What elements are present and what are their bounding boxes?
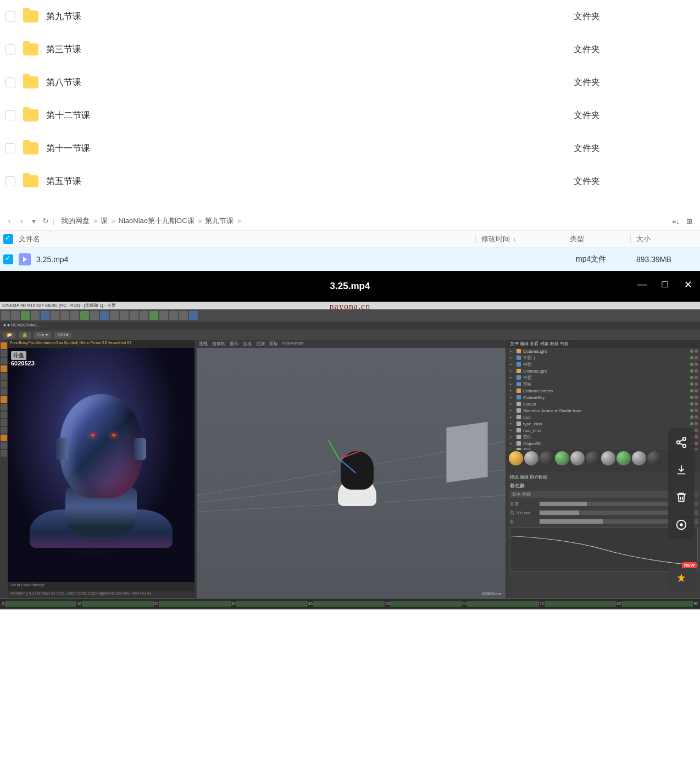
checkbox[interactable]: [5, 12, 15, 21]
checkbox[interactable]: [5, 77, 15, 87]
object-row[interactable]: ▸type_bind: [508, 420, 700, 427]
record-button[interactable]: [675, 518, 688, 531]
stream-watermark: 斗鱼: [11, 351, 26, 360]
video-player-window: 3.25.mp4 — □ ✕ nayona.cn CINEMA 4D R19.0…: [0, 271, 700, 609]
video-content[interactable]: CINEMA 4D R19.024 Studio (RC - R19) - [无…: [0, 302, 700, 609]
list-view-icon[interactable]: ≡↓: [672, 217, 680, 225]
object-row[interactable]: ▸OctaneLight: [508, 348, 700, 354]
folder-name[interactable]: 第五节课: [46, 176, 574, 187]
folder-name[interactable]: 第十一节课: [46, 143, 574, 154]
file-size: 893.39MB: [636, 255, 697, 264]
material-ball[interactable]: [601, 451, 615, 465]
file-name[interactable]: 3.25.mp4: [36, 255, 493, 264]
material-ball[interactable]: [586, 451, 600, 465]
grid-view-icon[interactable]: ⊞: [686, 217, 692, 225]
folder-icon: [23, 43, 38, 55]
folder-type: 文件夹: [574, 143, 695, 154]
file-type: mp4文件: [576, 254, 636, 264]
maximize-button[interactable]: □: [659, 279, 670, 291]
player-side-toolbar: [668, 428, 695, 539]
select-all-checkbox[interactable]: [3, 234, 13, 244]
material-ball[interactable]: [524, 451, 538, 465]
window-controls: — □ ✕: [636, 279, 693, 291]
minimize-button[interactable]: —: [636, 279, 647, 291]
file-checkbox[interactable]: [3, 254, 13, 264]
breadcrumb-item[interactable]: 我的网盘: [61, 216, 90, 226]
history-dropdown[interactable]: ▾: [27, 217, 40, 225]
player-titlebar: 3.25.mp4 — □ ✕: [0, 271, 700, 302]
breadcrumb-item[interactable]: 课: [101, 216, 108, 226]
object-manager-header: 文件 编辑 查看 对象 标签 书签: [508, 340, 700, 348]
view-toggle: ≡↓ ⊞: [672, 217, 697, 225]
folder-icon: [23, 76, 38, 88]
pin-button[interactable]: NEW: [668, 565, 695, 592]
material-ball[interactable]: [616, 451, 631, 465]
object-row[interactable]: ▸default: [508, 401, 700, 407]
column-modified-label: 修改时间: [481, 234, 510, 244]
forward-button[interactable]: ›: [15, 217, 27, 225]
material-ball[interactable]: [632, 451, 646, 465]
sort-arrow-icon: ↓: [513, 236, 516, 242]
folder-row[interactable]: 第八节课 文件夹: [5, 66, 695, 99]
checkbox[interactable]: [5, 176, 15, 186]
svg-point-6: [680, 523, 683, 526]
object-row[interactable]: ▸OctaneCamera: [508, 387, 700, 394]
material-ball[interactable]: [570, 451, 585, 465]
object-row[interactable]: ▸平面: [508, 374, 700, 381]
delete-button[interactable]: [675, 491, 688, 504]
column-type[interactable]: 类型: [570, 234, 630, 244]
video-file-icon: [19, 253, 31, 265]
folder-icon: [23, 142, 38, 154]
checkbox[interactable]: [5, 143, 15, 153]
column-name[interactable]: 文件名: [19, 234, 475, 244]
download-button[interactable]: [675, 463, 688, 476]
object-row[interactable]: ▸root: [508, 414, 700, 420]
share-button[interactable]: [675, 436, 688, 449]
material-ball[interactable]: [509, 451, 523, 465]
viewport-scale-label: 10000 cm: [482, 591, 501, 596]
render-status-1: Oct at t wrandffumpt: [8, 582, 195, 591]
folder-row[interactable]: 第九节课 文件夹: [5, 0, 695, 33]
breadcrumb-item[interactable]: NiaoNiao第十九期OC课: [119, 216, 195, 226]
checkbox[interactable]: [5, 110, 15, 120]
object-row[interactable]: ▸平面.1: [508, 354, 700, 361]
player-title: 3.25.mp4: [330, 281, 370, 292]
folder-list: 第九节课 文件夹 第三节课 文件夹 第八节课 文件夹 第十二节课 文件夹 第十一…: [0, 0, 700, 212]
column-size[interactable]: 大小: [636, 234, 697, 244]
breadcrumb-sep: >: [198, 217, 202, 225]
back-button[interactable]: ‹: [3, 217, 15, 225]
object-row[interactable]: ▸OctaneSky: [508, 394, 700, 401]
breadcrumb-sep: >: [111, 217, 115, 225]
stream-room-id: 6020523: [11, 360, 35, 367]
object-row[interactable]: ▸Skeleton Armor w Shahir form: [508, 407, 700, 414]
folder-row[interactable]: 第十二节课 文件夹: [5, 99, 695, 132]
folder-row[interactable]: 第五节课 文件夹: [5, 165, 695, 198]
svg-point-0: [683, 437, 686, 441]
c4d-ribbon: 📁🔒Cm ▾150 ▾: [0, 330, 700, 340]
watermark-text: nayona.cn: [330, 302, 370, 312]
folder-name[interactable]: 第十二节课: [46, 110, 574, 121]
material-ball[interactable]: [540, 451, 554, 465]
breadcrumb: 我的网盘 > 课 > NiaoNiao第十九期OC课 > 第九节课 >: [61, 216, 241, 226]
folder-name[interactable]: 第九节课: [46, 11, 574, 23]
object-row[interactable]: ▸平面: [508, 361, 700, 368]
folder-row[interactable]: 第三节课 文件夹: [5, 33, 695, 66]
folder-row[interactable]: 第十一节课 文件夹: [5, 132, 695, 165]
folder-name[interactable]: 第三节课: [46, 44, 574, 55]
svg-line-3: [680, 440, 683, 442]
refresh-button[interactable]: ↻: [40, 217, 52, 225]
object-row[interactable]: ▸OctaneLight: [508, 368, 700, 374]
close-button[interactable]: ✕: [682, 279, 693, 291]
timeline[interactable]: 0 10 20 30 40 50 60 70 80 90: [0, 598, 700, 608]
column-modified[interactable]: 修改时间 ↓: [481, 234, 564, 244]
folder-type: 文件夹: [574, 11, 695, 23]
file-row[interactable]: 3.25.mp4 mp4文件 893.39MB: [0, 248, 700, 271]
object-row[interactable]: ▸空白: [508, 381, 700, 387]
viewport-canvas[interactable]: 10000 cm: [197, 348, 505, 598]
breadcrumb-item[interactable]: 第九节课: [205, 216, 234, 226]
checkbox[interactable]: [5, 45, 15, 54]
material-ball[interactable]: [555, 451, 569, 465]
folder-name[interactable]: 第八节课: [46, 77, 574, 88]
folder-type: 文件夹: [574, 44, 695, 55]
material-ball[interactable]: [647, 451, 662, 465]
